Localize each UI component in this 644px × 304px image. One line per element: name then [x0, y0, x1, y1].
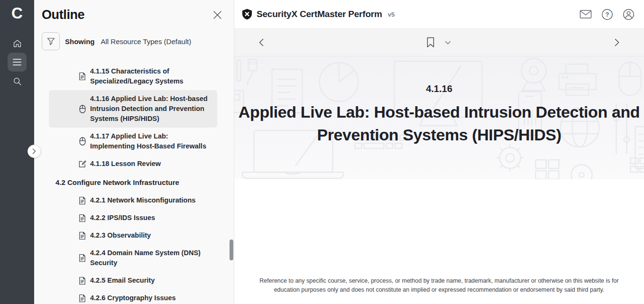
- outline-item-4-2-2[interactable]: 4.2.2 IPS/IDS Issues: [49, 209, 217, 227]
- outline-item-4-1-17[interactable]: 4.1.17 Applied Live Lab: Implementing Ho…: [49, 128, 217, 155]
- edit-icon: [78, 160, 86, 168]
- mouse-icon: [78, 137, 86, 146]
- home-button[interactable]: [8, 34, 27, 53]
- panel-expand-button[interactable]: [28, 145, 41, 158]
- disclaimer-text: Reference to any specific course, servic…: [253, 276, 625, 304]
- help-button[interactable]: ?: [600, 7, 614, 21]
- product-version-badge: v5: [388, 11, 395, 18]
- lesson-number: 4.1.16: [234, 56, 644, 94]
- search-button[interactable]: [8, 72, 27, 91]
- outline-item-4-2-3[interactable]: 4.2.3 Observability: [49, 227, 217, 244]
- outline-item-4-2-6[interactable]: 4.2.6 Cryptography Issues: [49, 289, 217, 304]
- outline-item-label: 4.1.17 Applied Live Lab: Implementing Ho…: [90, 131, 212, 151]
- document-icon: [78, 294, 86, 303]
- search-icon: [12, 76, 22, 86]
- outline-item-4-1-18[interactable]: 4.1.18 Lesson Review: [49, 155, 217, 173]
- account-button[interactable]: [621, 7, 635, 21]
- close-icon: [213, 10, 222, 19]
- document-icon: [78, 254, 86, 262]
- outline-item-label: 4.1.15 Characteristics of Specialized/Le…: [90, 66, 212, 86]
- outline-item-4-2-4[interactable]: 4.2.4 Domain Name System (DNS) Security: [49, 244, 217, 272]
- document-icon: [78, 231, 86, 240]
- outline-item-4-2-1[interactable]: 4.2.1 Network Misconfigurations: [49, 192, 217, 209]
- menu-icon: [12, 58, 22, 66]
- securityx-shield-icon: [242, 9, 252, 20]
- messages-button[interactable]: [579, 7, 593, 21]
- outline-panel-title: Outline: [42, 8, 84, 22]
- outline-item-label: 4.2.5 Email Security: [90, 276, 155, 286]
- chevron-right-icon: [32, 148, 36, 154]
- outline-item-label: 4.1.16 Applied Live Lab: Host-based Intr…: [90, 94, 212, 124]
- outline-item-4-2-5[interactable]: 4.2.5 Email Security: [49, 272, 217, 289]
- resource-filter-button[interactable]: [42, 32, 60, 50]
- outline-item-label: 4.2.6 Cryptography Issues: [90, 293, 176, 303]
- previous-page-button[interactable]: [253, 35, 269, 51]
- bookmark-controls: [426, 37, 451, 48]
- outline-item-label: 4.1.18 Lesson Review: [90, 159, 161, 169]
- product-brand: SecurityX CertMaster Perform v5: [242, 9, 395, 20]
- document-icon: [78, 72, 86, 81]
- outline-item-4-1-15[interactable]: 4.1.15 Characteristics of Specialized/Le…: [49, 63, 217, 90]
- svg-text:?: ?: [605, 11, 609, 18]
- main-area: SecurityX CertMaster Perform v5 ?: [234, 0, 644, 304]
- resource-filter-value: All Resource Types (Default): [101, 37, 192, 46]
- document-icon: [78, 276, 86, 285]
- outline-item-label: 4.2.4 Domain Name System (DNS) Security: [90, 248, 212, 268]
- outline-item-label: 4.2.3 Observability: [90, 230, 151, 240]
- chevron-down-icon: [445, 41, 451, 45]
- chevron-right-icon: [615, 38, 619, 46]
- outline-item-4-1-16[interactable]: 4.1.16 Applied Live Lab: Host-based Intr…: [49, 90, 217, 128]
- document-icon: [78, 214, 86, 222]
- bookmark-menu-button[interactable]: [445, 41, 451, 45]
- lesson-toolbar: [234, 29, 644, 56]
- rail-icon-group: [0, 34, 34, 91]
- outline-item-label: 4.2.1 Network Misconfigurations: [90, 195, 195, 205]
- outline-section-4-2[interactable]: 4.2 Configure Network Infrastructure: [49, 173, 217, 192]
- lesson-banner: 4.1.16 Applied Live Lab: Host-based Intr…: [234, 56, 644, 179]
- bookmark-icon: [426, 37, 435, 48]
- outline-item-label: 4.2.2 IPS/IDS Issues: [90, 213, 155, 223]
- brand-c-logo[interactable]: C: [0, 0, 34, 27]
- header-actions: ?: [579, 7, 635, 21]
- mouse-icon: [78, 105, 86, 113]
- filter-funnel-icon: [46, 37, 55, 46]
- outline-panel: Outline Showing All Resource Types (Defa…: [34, 0, 234, 304]
- app-window: C Outline: [0, 0, 644, 304]
- mail-icon: [580, 9, 592, 19]
- outline-scrollbar-thumb[interactable]: [230, 240, 233, 260]
- close-outline-button[interactable]: [211, 9, 223, 21]
- document-icon: [78, 196, 86, 205]
- lesson-title: Applied Live Lab: Host-based Intrusion D…: [234, 101, 644, 146]
- outline-list: 4.1.15 Characteristics of Specialized/Le…: [34, 63, 234, 304]
- profile-icon: [623, 9, 635, 20]
- home-icon: [12, 38, 22, 48]
- showing-label: Showing: [65, 37, 95, 46]
- bookmark-button[interactable]: [426, 37, 435, 48]
- outline-scrollbar[interactable]: [230, 0, 233, 304]
- chevron-left-icon: [259, 38, 264, 46]
- next-page-button[interactable]: [609, 35, 625, 51]
- outline-menu-button[interactable]: [8, 53, 27, 72]
- product-title: SecurityX CertMaster Perform: [257, 9, 382, 19]
- app-header: SecurityX CertMaster Perform v5 ?: [234, 0, 644, 29]
- help-icon: ?: [601, 9, 613, 20]
- lesson-content: Reference to any specific course, servic…: [234, 179, 644, 304]
